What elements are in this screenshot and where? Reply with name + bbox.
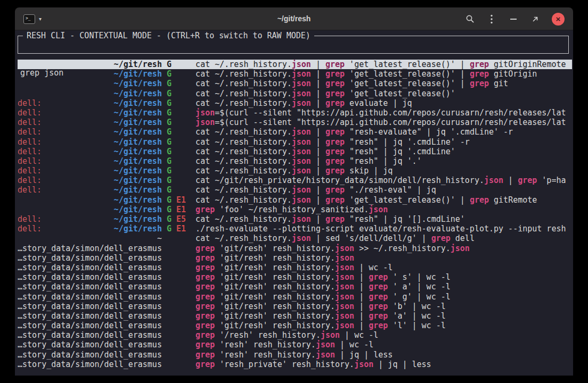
git-flag: G — [167, 127, 172, 137]
row-context: …story_data/simon/dell_erasmus — [18, 311, 162, 321]
git-flag: G — [167, 205, 172, 214]
match-highlight: grep — [431, 234, 451, 243]
match-highlight: grep — [195, 292, 215, 302]
command-text: grep '/resh' resh_history.json | wc -l — [195, 330, 572, 340]
history-row[interactable]: …story_data/simon/dell_erasmusgrep 'git/… — [18, 272, 572, 282]
match-highlight: grep — [195, 205, 215, 214]
row-context: dell:~/git/resh — [18, 137, 162, 147]
history-row[interactable]: ~cat ~/.resh_history.json | sed 's/dell/… — [18, 234, 572, 243]
history-row[interactable]: …story_data/simon/dell_erasmusgrep '/res… — [18, 330, 572, 340]
command-text: cat ~/.resh_history.json | grep "resh" |… — [195, 147, 572, 156]
directory-label: …story_data/simon/dell_erasmus — [18, 340, 162, 349]
history-row[interactable]: dell:~/git/reshGcat ~/.resh_history.json… — [18, 137, 572, 147]
history-row[interactable]: …story_data/simon/dell_erasmusgrep 'git/… — [18, 253, 572, 263]
history-row[interactable]: dell:~/git/reshGjson=$(curl --silent "ht… — [18, 108, 572, 118]
command-text: cat ~/.resh_history.json | grep "resh" |… — [195, 156, 572, 166]
command-text: grep 'resh' resh_history.json | wc -l — [195, 340, 572, 349]
row-context: …story_data/simon/dell_erasmus — [18, 360, 162, 369]
minimize-button[interactable] — [508, 13, 519, 26]
history-row[interactable]: dell:~/git/reshGjson=$(curl --silent "ht… — [18, 118, 572, 127]
menu-button[interactable] — [486, 13, 497, 26]
history-row[interactable]: dell:~/git/reshGcat ~/.resh_history.json… — [18, 127, 572, 137]
flags-cell: G — [167, 176, 195, 185]
command-text: grep 'git/resh' resh_history.json — [195, 253, 572, 263]
git-flag: G — [167, 195, 172, 205]
directory-label: ~/git/resh — [114, 98, 162, 108]
git-flag: G — [167, 98, 172, 108]
history-row[interactable]: …story_data/simon/dell_erasmusgrep 'resh… — [18, 350, 572, 360]
row-context: dell:~/git/resh — [18, 127, 162, 137]
history-row[interactable]: …story_data/simon/dell_erasmusgrep 'git/… — [18, 321, 572, 330]
host-label: dell: — [18, 108, 42, 118]
command-text: grep 'git/resh' resh_history.json | grep… — [195, 292, 572, 302]
match-highlight: grep — [369, 272, 388, 282]
search-query-input[interactable]: grep json — [18, 65, 568, 78]
history-row[interactable]: …story_data/simon/dell_erasmusgrep 'resh… — [18, 340, 572, 349]
history-row[interactable]: …story_data/simon/dell_erasmusgrep 'resh… — [18, 360, 572, 369]
host-label: dell: — [18, 176, 42, 185]
match-highlight: json — [335, 244, 354, 253]
match-highlight: json — [335, 302, 354, 311]
directory-label: ~/git/resh — [114, 118, 162, 127]
search-icon — [466, 14, 475, 23]
command-text: cat ~/git/resh_private/history_data/simo… — [195, 176, 572, 185]
history-row[interactable]: …story_data/simon/dell_erasmusgrep 'git/… — [18, 311, 572, 321]
row-context: dell:~/git/resh — [18, 176, 162, 185]
host-label: dell: — [18, 166, 42, 176]
row-context: …story_data/simon/dell_erasmus — [18, 321, 162, 330]
history-row[interactable]: dell:~/git/reshGE5cat ~/.resh_history.js… — [18, 214, 572, 224]
history-row[interactable]: …story_data/simon/dell_erasmusgrep 'git/… — [18, 282, 572, 292]
directory-label: …story_data/simon/dell_erasmus — [18, 321, 162, 330]
history-row[interactable]: dell:~/git/reshGcat ~/.resh_history.json… — [18, 185, 572, 195]
git-flag: G — [167, 185, 172, 195]
error-flag: E1 — [176, 195, 186, 205]
history-row[interactable]: dell:~/git/reshGcat ~/.resh_history.json… — [18, 156, 572, 166]
history-row[interactable]: dell:~/git/reshGE1./resh-evaluate --plot… — [18, 224, 572, 234]
history-row[interactable]: …story_data/simon/dell_erasmusgrep 'git/… — [18, 244, 572, 253]
flags-cell — [167, 282, 195, 292]
directory-label: ~/git/resh — [114, 214, 162, 224]
history-row[interactable]: dell:~/git/reshGcat ~/.resh_history.json… — [18, 166, 572, 176]
row-context: …story_data/simon/dell_erasmus — [18, 244, 162, 253]
host-label: dell: — [18, 127, 42, 137]
git-flag: G — [167, 224, 172, 234]
restore-button[interactable] — [530, 13, 541, 26]
command-text: grep 'git/resh' resh_history.json >> ~/.… — [195, 244, 572, 253]
match-highlight: json — [335, 292, 354, 302]
command-text: grep 'foo' ~/resh_history_sanitized.json — [195, 205, 572, 214]
command-text: cat ~/.resh_history.json | grep skip | j… — [195, 166, 572, 176]
history-row[interactable]: …story_data/simon/dell_erasmusgrep 'git/… — [18, 302, 572, 311]
match-highlight: grep — [195, 311, 215, 321]
directory-label: ~/git/resh — [114, 166, 162, 176]
match-highlight: grep — [325, 137, 345, 147]
resh-search-box: RESH CLI - CONTEXTUAL MODE - (CTRL+R to … — [18, 36, 569, 54]
directory-label: …story_data/simon/dell_erasmus — [18, 311, 162, 321]
row-context: …story_data/simon/dell_erasmus — [18, 282, 162, 292]
history-row[interactable]: dell:~/git/reshGcat ~/.resh_history.json… — [18, 98, 572, 108]
search-button[interactable] — [464, 13, 475, 26]
git-flag: G — [167, 166, 172, 176]
match-highlight: grep — [470, 195, 489, 205]
history-row[interactable]: ~/git/reshGE1grep 'foo' ~/resh_history_s… — [18, 205, 572, 214]
host-label: dell: — [18, 185, 42, 195]
history-row[interactable]: …story_data/simon/dell_erasmusgrep 'git/… — [18, 292, 572, 302]
flags-cell — [167, 263, 195, 272]
git-flag: G — [167, 137, 172, 147]
row-context: …story_data/simon/dell_erasmus — [18, 350, 162, 360]
titlebar[interactable]: >_ ▾ ~/git/resh — [15, 7, 573, 30]
match-highlight: json — [335, 311, 354, 321]
flags-cell — [167, 350, 195, 360]
row-context: ~/git/resh — [18, 205, 162, 214]
git-flag: G — [167, 147, 172, 156]
match-highlight: json — [316, 340, 335, 349]
match-highlight: json — [195, 118, 215, 127]
directory-label: ~/git/resh — [114, 195, 162, 205]
history-row[interactable]: dell:~/git/reshGcat ~/.resh_history.json… — [18, 147, 572, 156]
history-row[interactable]: ~/git/reshGE1cat ~/.resh_history.json | … — [18, 195, 572, 205]
history-row[interactable]: …story_data/simon/dell_erasmusgrep 'git/… — [18, 263, 572, 272]
match-highlight: grep — [195, 263, 215, 272]
directory-label: ~/git/resh — [114, 185, 162, 195]
close-button[interactable]: × — [552, 13, 565, 26]
history-row[interactable]: dell:~/git/reshGcat ~/git/resh_private/h… — [18, 176, 572, 185]
flags-cell: G — [167, 108, 195, 118]
